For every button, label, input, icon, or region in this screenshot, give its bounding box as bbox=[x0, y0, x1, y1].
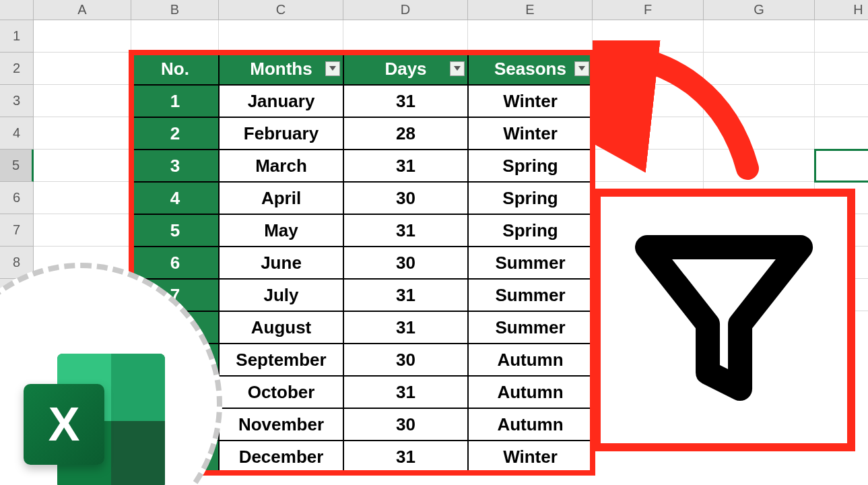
filter-dropdown-months[interactable] bbox=[325, 61, 340, 76]
table-cell[interactable]: May bbox=[219, 214, 343, 247]
cell-H4[interactable] bbox=[815, 117, 868, 150]
row-header-3[interactable]: 3 bbox=[0, 85, 34, 117]
table-cell[interactable]: Autumn bbox=[468, 344, 593, 376]
column-header-H[interactable]: H bbox=[815, 0, 868, 20]
table-cell[interactable]: Summer bbox=[468, 247, 593, 279]
cell-H2[interactable] bbox=[815, 53, 868, 85]
cell-D1[interactable] bbox=[343, 20, 468, 53]
table-cell[interactable]: 2 bbox=[131, 117, 219, 150]
table-cell[interactable]: July bbox=[219, 279, 343, 311]
table-cell[interactable]: October bbox=[219, 376, 343, 408]
cell-F3[interactable] bbox=[593, 85, 704, 117]
cell-A6[interactable] bbox=[34, 182, 131, 214]
cell-A2[interactable] bbox=[34, 53, 131, 85]
table-cell[interactable]: 30 bbox=[343, 247, 468, 279]
table-header-no[interactable]: No. bbox=[131, 53, 219, 85]
table-header-months[interactable]: Months bbox=[219, 53, 343, 85]
column-header-D[interactable]: D bbox=[343, 0, 468, 20]
table-header-days[interactable]: Days bbox=[343, 53, 468, 85]
table-cell[interactable]: 31 bbox=[343, 279, 468, 311]
cell-A5[interactable] bbox=[34, 150, 131, 182]
cell-G5[interactable] bbox=[704, 150, 815, 182]
column-header-G[interactable]: G bbox=[704, 0, 815, 20]
table-cell[interactable]: 5 bbox=[131, 214, 219, 247]
table-header-label: Months bbox=[250, 59, 312, 79]
table-cell[interactable]: Spring bbox=[468, 214, 593, 247]
excel-logo-icon: X bbox=[24, 354, 165, 485]
table-cell[interactable]: 31 bbox=[343, 441, 468, 473]
cell-C1[interactable] bbox=[219, 20, 343, 53]
table-cell[interactable]: 31 bbox=[343, 311, 468, 344]
row-header-5[interactable]: 5 bbox=[0, 150, 34, 182]
table-cell[interactable]: Winter bbox=[468, 85, 593, 117]
filter-dropdown-seasons[interactable] bbox=[574, 61, 589, 76]
table-header-label: Days bbox=[385, 59, 426, 79]
cell-G2[interactable] bbox=[704, 53, 815, 85]
table-header-label: No. bbox=[161, 59, 189, 79]
table-header-seasons[interactable]: Seasons bbox=[468, 53, 593, 85]
funnel-icon bbox=[623, 219, 825, 421]
table-cell[interactable]: Autumn bbox=[468, 408, 593, 441]
select-all-corner[interactable] bbox=[0, 0, 34, 20]
table-cell[interactable]: Summer bbox=[468, 279, 593, 311]
table-cell[interactable]: 31 bbox=[343, 376, 468, 408]
table-cell[interactable]: Spring bbox=[468, 182, 593, 214]
cell-F1[interactable] bbox=[593, 20, 704, 53]
cell-H5[interactable] bbox=[815, 150, 868, 182]
row-header-4[interactable]: 4 bbox=[0, 117, 34, 150]
cell-A1[interactable] bbox=[34, 20, 131, 53]
table-cell[interactable]: March bbox=[219, 150, 343, 182]
row-header-7[interactable]: 7 bbox=[0, 214, 34, 247]
row-header-6[interactable]: 6 bbox=[0, 182, 34, 214]
table-cell[interactable]: Winter bbox=[468, 441, 593, 473]
table-cell[interactable]: 28 bbox=[343, 117, 468, 150]
cell-H1[interactable] bbox=[815, 20, 868, 53]
table-cell[interactable]: November bbox=[219, 408, 343, 441]
table-cell[interactable]: Winter bbox=[468, 117, 593, 150]
table-cell[interactable]: 31 bbox=[343, 214, 468, 247]
cell-A7[interactable] bbox=[34, 214, 131, 247]
column-header-A[interactable]: A bbox=[34, 0, 131, 20]
table-cell[interactable]: 3 bbox=[131, 150, 219, 182]
column-header-E[interactable]: E bbox=[468, 0, 593, 20]
cell-F5[interactable] bbox=[593, 150, 704, 182]
spreadsheet: ABCDEFGH 123456789 No.MonthsDaysSeasons1… bbox=[0, 0, 868, 485]
column-header-C[interactable]: C bbox=[219, 0, 343, 20]
table-cell[interactable]: August bbox=[219, 311, 343, 344]
cell-F2[interactable] bbox=[593, 53, 704, 85]
filter-dropdown-days[interactable] bbox=[450, 61, 465, 76]
cell-A4[interactable] bbox=[34, 117, 131, 150]
cell-A3[interactable] bbox=[34, 85, 131, 117]
table-cell[interactable]: June bbox=[219, 247, 343, 279]
table-cell[interactable]: September bbox=[219, 344, 343, 376]
table-cell[interactable]: 30 bbox=[343, 408, 468, 441]
row-header-2[interactable]: 2 bbox=[0, 53, 34, 85]
table-cell[interactable]: February bbox=[219, 117, 343, 150]
cell-G4[interactable] bbox=[704, 117, 815, 150]
table-cell[interactable]: Spring bbox=[468, 150, 593, 182]
table-header-label: Seasons bbox=[494, 59, 566, 79]
table-cell[interactable]: 1 bbox=[131, 85, 219, 117]
cell-E1[interactable] bbox=[468, 20, 593, 53]
table-cell[interactable]: 30 bbox=[343, 344, 468, 376]
table-cell[interactable]: December bbox=[219, 441, 343, 473]
table-cell[interactable]: April bbox=[219, 182, 343, 214]
column-header-F[interactable]: F bbox=[593, 0, 704, 20]
table-cell[interactable]: Summer bbox=[468, 311, 593, 344]
table-cell[interactable]: 4 bbox=[131, 182, 219, 214]
cell-H3[interactable] bbox=[815, 85, 868, 117]
cell-F4[interactable] bbox=[593, 117, 704, 150]
table-cell[interactable]: 31 bbox=[343, 150, 468, 182]
table-cell[interactable]: 31 bbox=[343, 85, 468, 117]
column-header-row: ABCDEFGH bbox=[0, 0, 868, 20]
cell-G1[interactable] bbox=[704, 20, 815, 53]
table-cell[interactable]: January bbox=[219, 85, 343, 117]
table-cell[interactable]: 30 bbox=[343, 182, 468, 214]
column-header-B[interactable]: B bbox=[131, 0, 219, 20]
cell-G3[interactable] bbox=[704, 85, 815, 117]
cell-B1[interactable] bbox=[131, 20, 219, 53]
table-cell[interactable]: 6 bbox=[131, 247, 219, 279]
row-header-1[interactable]: 1 bbox=[0, 20, 34, 53]
row-header-column: 123456789 bbox=[0, 20, 34, 311]
table-cell[interactable]: Autumn bbox=[468, 376, 593, 408]
